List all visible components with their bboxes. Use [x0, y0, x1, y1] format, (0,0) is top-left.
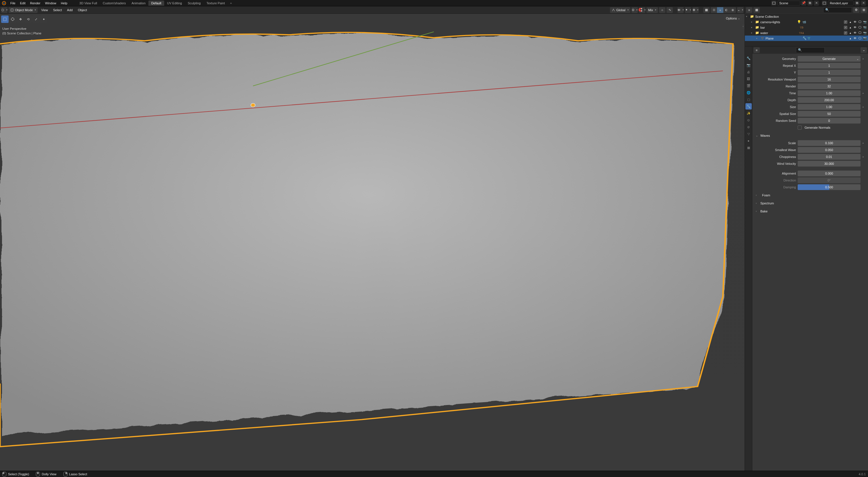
wind-velocity-field[interactable]: 30.000	[798, 161, 861, 167]
sidebar-collapse-handle[interactable]: ‹	[742, 24, 745, 29]
outliner-search-input[interactable]: 🔍	[823, 7, 852, 13]
workspace-tab[interactable]: Sculpting	[185, 1, 204, 6]
depth-field[interactable]: 200.00	[798, 97, 861, 103]
output-tab-icon[interactable]: 🖨	[745, 69, 752, 75]
texture-tab-icon[interactable]: ▦	[745, 144, 752, 151]
size-field[interactable]: 1.00	[798, 104, 861, 110]
section-spectrum[interactable]: ›Spectrum	[756, 200, 864, 206]
modifier-tab-icon[interactable]: 🔧	[745, 103, 752, 109]
section-bake[interactable]: ›Bake	[756, 208, 864, 214]
viewport-disable-icon[interactable]: 🖵	[858, 31, 862, 34]
tool-tab-icon[interactable]: 🔧	[745, 55, 752, 61]
scene-name-field[interactable]: Scene	[777, 1, 800, 6]
workspace-tab[interactable]: 3D View Full	[76, 1, 100, 6]
eye-icon[interactable]: 👁	[853, 37, 857, 40]
properties-options-button[interactable]: ⌄	[861, 47, 867, 53]
outliner-new-collection-button[interactable]: ⊞	[861, 7, 867, 13]
menu-render[interactable]: Render	[28, 1, 43, 6]
resolution-render-field[interactable]: 32	[798, 83, 861, 89]
xray-toggle[interactable]: ▦	[703, 7, 710, 13]
scene-tab-icon[interactable]: 🎬	[745, 82, 752, 89]
resolution-viewport-field[interactable]: 16	[798, 76, 861, 82]
workspace-tab[interactable]: Animation	[129, 1, 148, 6]
outliner-filter-button[interactable]: ⚙	[853, 7, 859, 13]
viewlayer-browse-icon[interactable]	[822, 1, 827, 6]
transform-tool[interactable]: ✦	[40, 15, 48, 23]
selectable-icon[interactable]: ▴	[848, 37, 852, 40]
menu-edit[interactable]: Edit	[18, 1, 28, 6]
exclude-checkbox[interactable]: ✓	[844, 20, 847, 24]
physics-tab-icon[interactable]: ⊙	[745, 117, 752, 123]
geometry-mode-dropdown[interactable]: Generate	[798, 56, 861, 62]
choppiness-field[interactable]: 0.01	[798, 154, 861, 160]
copy-scene-icon[interactable]: ⧉	[807, 1, 813, 6]
viewlayer-name-field[interactable]: RenderLayer	[828, 1, 854, 6]
selectable-icon[interactable]: ▴	[848, 26, 852, 29]
render-disable-icon[interactable]: 📷	[863, 31, 867, 34]
outliner-editor-selector[interactable]: ≡	[746, 7, 752, 13]
eye-icon[interactable]: 👁	[853, 26, 857, 29]
close-viewlayer-icon[interactable]: ✕	[861, 1, 866, 6]
workspace-tab[interactable]: Custom!shaders	[100, 1, 129, 6]
gizmo-selector[interactable]: ✦	[685, 7, 691, 13]
outliner-root[interactable]: ▾ 📁 Scene Collection	[745, 14, 868, 19]
material-tab-icon[interactable]: ●	[745, 138, 752, 144]
outliner-display-mode[interactable]: ▦	[753, 7, 760, 13]
visibility-selector[interactable]: 👁	[677, 7, 684, 13]
rotate-tool[interactable]: ⟲	[24, 15, 32, 23]
viewlayer-tab-icon[interactable]: 🖼	[745, 76, 752, 82]
exclude-checkbox[interactable]: ✓	[844, 26, 847, 29]
add-workspace-button[interactable]: +	[228, 1, 234, 6]
outliner-item[interactable]: ▸📁water▽11✓▴👁🖵📷	[745, 30, 868, 36]
spatial-size-field[interactable]: 50	[798, 111, 861, 117]
viewport-menu-view[interactable]: View	[39, 7, 50, 12]
move-tool[interactable]: ✥	[17, 15, 24, 23]
eye-icon[interactable]: 👁	[853, 31, 857, 34]
material-shading-icon[interactable]: ◐	[723, 7, 730, 13]
editor-type-selector[interactable]	[1, 7, 7, 13]
waves-section-header[interactable]: ⌄Waves	[756, 132, 864, 139]
workspace-tab[interactable]: UV Editing	[164, 1, 185, 6]
close-scene-icon[interactable]: ✕	[814, 1, 819, 6]
repeat-x-field[interactable]: 1	[798, 63, 861, 69]
rendered-shading-icon[interactable]: ◉	[730, 7, 736, 13]
viewport-menu-select[interactable]: Select	[51, 7, 64, 12]
viewport-canvas[interactable]	[0, 14, 745, 471]
pin-icon[interactable]: 📌	[801, 1, 806, 6]
scale-field[interactable]: 0.100	[798, 140, 861, 146]
time-field[interactable]: 1.00	[798, 90, 861, 96]
world-tab-icon[interactable]: 🌐	[745, 90, 752, 96]
section-foam[interactable]: ›Foam	[756, 192, 864, 198]
object-tab-icon[interactable]: ▢	[745, 96, 752, 103]
cursor-tool[interactable]	[9, 15, 17, 23]
outliner-item[interactable]: ▸▽Plane🔧 ▽▴👁🖵📷	[745, 36, 868, 41]
viewport-disable-icon[interactable]: 🖵	[858, 26, 862, 29]
overlay-selector[interactable]: ⊕	[692, 7, 699, 13]
exclude-checkbox[interactable]: ✓	[844, 31, 847, 35]
render-disable-icon[interactable]: 📷	[863, 37, 867, 40]
viewport-menu-add[interactable]: Add	[65, 7, 75, 12]
menu-help[interactable]: Help	[59, 1, 70, 6]
pivot-selector[interactable]: ⊙	[631, 7, 638, 13]
data-tab-icon[interactable]: ▽	[745, 131, 752, 137]
menu-window[interactable]: Window	[43, 1, 59, 6]
constraints-tab-icon[interactable]: ⊘	[745, 124, 752, 130]
properties-editor-selector[interactable]: ≡	[753, 47, 760, 53]
render-disable-icon[interactable]: 📷	[863, 26, 867, 29]
eye-icon[interactable]: 👁	[853, 20, 857, 24]
selectable-icon[interactable]: ▴	[848, 20, 852, 24]
snap-mode-selector[interactable]: Mix	[646, 7, 658, 13]
render-tab-icon[interactable]: 📷	[745, 62, 752, 68]
snap-toggle[interactable]: 🧲	[639, 7, 645, 13]
proportional-edit-toggle[interactable]: ○	[659, 7, 665, 13]
workspace-tab[interactable]: Texture Paint	[204, 1, 228, 6]
scene-browse-icon[interactable]	[771, 1, 776, 6]
viewport-options-button[interactable]: Options⌄	[724, 15, 742, 21]
viewport-disable-icon[interactable]: 🖵	[858, 37, 862, 40]
copy-viewlayer-icon[interactable]: ⧉	[855, 1, 860, 6]
selectable-icon[interactable]: ▴	[848, 31, 852, 34]
solid-shading-icon[interactable]: ●	[717, 7, 723, 13]
workspace-tab[interactable]: Default	[148, 1, 164, 6]
proportional-falloff-icon[interactable]: ∿	[666, 7, 673, 13]
scale-tool[interactable]: ⤢	[32, 15, 40, 23]
